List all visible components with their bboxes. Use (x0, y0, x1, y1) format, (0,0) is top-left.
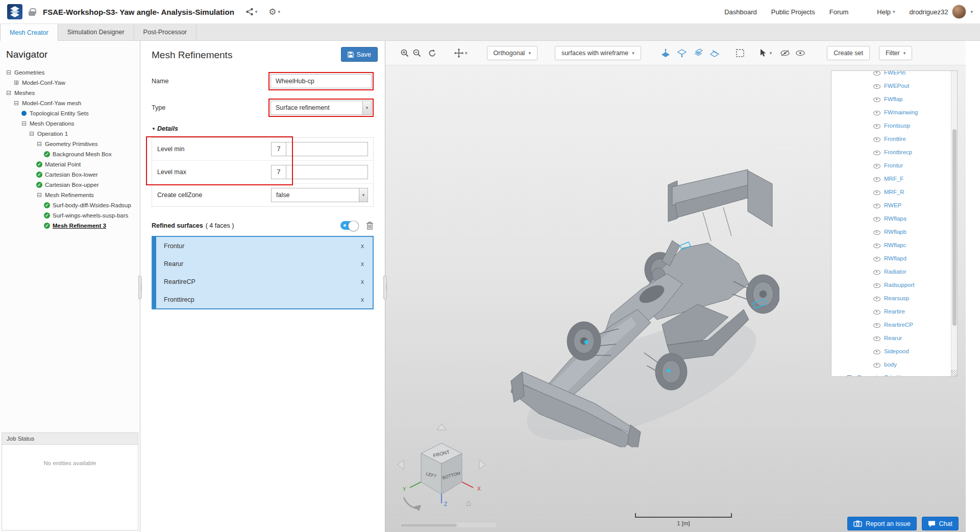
refined-surface-row[interactable]: Rearur x (153, 255, 373, 273)
refined-surface-row[interactable]: ReartireCP x (153, 273, 373, 291)
tree-item[interactable]: Cartesian Box-lower (0, 170, 140, 180)
surface-row[interactable]: Radiator (831, 265, 957, 278)
tree-item[interactable]: Mesh Refinement 3 (0, 221, 140, 231)
top-nav-link[interactable]: Forum (829, 8, 849, 16)
surface-row[interactable]: RWflapc (831, 238, 957, 252)
visibility-eye-icon[interactable] (873, 255, 880, 262)
visibility-eye-icon[interactable] (873, 308, 880, 315)
box-select-icon[interactable] (734, 47, 746, 59)
visibility-eye-icon[interactable] (873, 70, 880, 76)
surface-name[interactable]: Fronttirecp (884, 149, 912, 155)
surface-name[interactable]: Radsupport (884, 282, 914, 288)
visibility-eye-icon[interactable] (873, 176, 880, 182)
remove-face-icon[interactable]: x (359, 278, 365, 285)
panel-resize-handle[interactable] (383, 276, 387, 299)
pointer-select-icon[interactable] (757, 47, 770, 59)
visibility-eye-icon[interactable] (873, 348, 880, 355)
tree-item[interactable]: Background Mesh Box (0, 149, 140, 159)
tree-item[interactable]: Meshes (0, 88, 140, 98)
surface-name[interactable]: Sidepood (884, 348, 909, 354)
surface-row[interactable]: MRF_R (831, 185, 957, 199)
top-nav-link[interactable]: Public Projects (771, 8, 815, 16)
visibility-eye-icon[interactable] (873, 282, 880, 288)
workbench-tab[interactable]: Simulation Designer (58, 24, 134, 40)
selection-toggle[interactable] (340, 221, 359, 230)
surface-name[interactable]: MRF_R (884, 189, 904, 195)
surface-row[interactable]: FWEPout (831, 79, 957, 92)
surface-row[interactable]: RWflapa (831, 212, 957, 225)
workbench-tab[interactable]: Mesh Creator (0, 24, 58, 41)
remove-face-icon[interactable]: x (359, 296, 365, 303)
workbench-tab[interactable]: Post-Processor (134, 24, 197, 40)
home-view-icon[interactable] (466, 498, 471, 509)
surface-row[interactable]: Reartire (831, 305, 957, 318)
refined-surface-row[interactable]: Frontur x (153, 237, 373, 255)
surface-name[interactable]: FWEPout (884, 83, 909, 89)
level-min-input[interactable]: 7 (271, 142, 368, 156)
save-button[interactable]: Save (341, 47, 378, 62)
surface-row[interactable]: Radsupport (831, 278, 957, 292)
tree-item[interactable]: Geometries (0, 67, 140, 78)
tree-item[interactable]: Surf-wings-wheels-susp-bars (0, 210, 140, 221)
visibility-eye-icon[interactable] (873, 229, 880, 235)
surface-name[interactable]: MRF_F (884, 176, 903, 182)
surface-row[interactable]: body (831, 358, 957, 371)
projection-select[interactable]: Orthogonal (487, 46, 537, 60)
user-menu[interactable]: drodriguez32 (910, 5, 973, 19)
tree-item[interactable]: Cartesian Box-upper (0, 180, 140, 190)
visibility-eye-icon[interactable] (873, 322, 880, 328)
tree-item[interactable]: Topological Entity Sets (0, 108, 140, 118)
visibility-eye-icon[interactable] (873, 136, 880, 142)
cellzone-select[interactable]: false (271, 188, 368, 202)
report-issue-button[interactable]: Report an issue (847, 517, 917, 530)
surface-row[interactable]: FWEPin (831, 70, 957, 79)
help-menu[interactable]: Help (877, 8, 895, 16)
visibility-eye-icon[interactable] (873, 215, 880, 222)
share-menu[interactable] (246, 8, 258, 16)
app-logo-icon[interactable] (7, 4, 22, 19)
surface-name[interactable]: Rearur (884, 335, 902, 341)
surface-name[interactable]: RWflapa (884, 215, 906, 222)
surface-name[interactable]: Frontsusp (884, 123, 910, 129)
surface-row[interactable]: Rearsusp (831, 292, 957, 305)
visibility-eye-icon[interactable] (873, 83, 880, 89)
surface-name[interactable]: FWmainwing (884, 109, 918, 115)
surface-name[interactable]: RWflapc (884, 242, 906, 248)
tree-item[interactable]: Model-Conf-Yaw (0, 78, 140, 88)
visibility-eye-icon[interactable] (873, 96, 880, 103)
tree-item[interactable]: Mesh Operations (0, 118, 140, 129)
surface-row[interactable]: FWmainwing (831, 106, 957, 119)
surface-name[interactable]: Radiator (884, 269, 906, 275)
avatar[interactable] (952, 5, 966, 19)
cutting-plane-icon[interactable] (708, 47, 721, 59)
surface-name[interactable]: Reartire (884, 308, 905, 315)
surface-name[interactable]: FWEPin (884, 70, 905, 76)
delete-selection-icon[interactable] (366, 222, 374, 230)
refined-surface-row[interactable]: Fronttirecp x (153, 291, 373, 308)
surface-row[interactable]: RWflapd (831, 252, 957, 265)
visibility-eye-icon[interactable] (873, 149, 880, 156)
surfaces-footer-group[interactable]: Geometry Primitives (831, 371, 957, 377)
type-select[interactable]: Surface refinement (271, 101, 372, 115)
show-hidden-faces-icon[interactable] (676, 47, 688, 59)
surface-row[interactable]: Sidepood (831, 345, 957, 358)
create-set-button[interactable]: Create set (827, 46, 870, 60)
name-input[interactable] (271, 74, 372, 88)
visibility-eye-icon[interactable] (873, 189, 880, 196)
viewport-canvas[interactable]: FWEPin FWEPout FWflap (385, 65, 966, 532)
surface-name[interactable]: ReartireCP (884, 322, 913, 328)
surface-row[interactable]: FWflap (831, 92, 957, 106)
surface-name[interactable]: body (884, 361, 897, 368)
translucent-surfaces-icon[interactable] (692, 47, 704, 59)
surface-row[interactable]: RWEP (831, 199, 957, 212)
tree-item[interactable]: Mesh Refinements (0, 190, 140, 200)
hide-faces-icon[interactable] (659, 47, 672, 59)
surface-name[interactable]: RWEP (884, 202, 901, 208)
panel-resize-grip[interactable] (951, 370, 957, 376)
surface-name[interactable]: Rearsusp (884, 295, 909, 301)
visibility-eye-icon[interactable] (873, 202, 880, 209)
render-mode-select[interactable]: surfaces with wireframe (555, 46, 641, 60)
visibility-eye-icon[interactable] (873, 361, 880, 368)
remove-face-icon[interactable]: x (359, 243, 365, 250)
orientation-cube[interactable]: FRONT LEFT BOTTOM X Y Z (396, 423, 487, 517)
